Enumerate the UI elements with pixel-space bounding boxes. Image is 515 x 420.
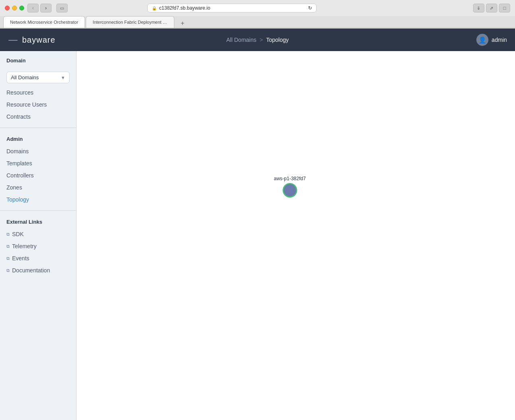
tab-docs[interactable]: Interconnection Fabric Deployment — Bayw… bbox=[86, 16, 174, 28]
app-logo: ⸻ bayware bbox=[8, 34, 56, 45]
sidebar-item-templates[interactable]: Templates bbox=[0, 157, 76, 169]
sidebar-item-contracts[interactable]: Contracts bbox=[0, 111, 76, 123]
sidebar-item-telemetry-label: Telemetry bbox=[12, 243, 37, 249]
new-tab-button[interactable]: + bbox=[177, 19, 188, 28]
sidebar-item-telemetry[interactable]: ⧉ Telemetry bbox=[0, 240, 76, 252]
window-button[interactable]: ▭ bbox=[56, 4, 68, 12]
admin-label: admin bbox=[492, 37, 507, 43]
minimize-dot[interactable] bbox=[12, 6, 17, 10]
avatar: 👤 bbox=[476, 34, 488, 46]
external-link-icon-documentation: ⧉ bbox=[6, 268, 10, 273]
back-button[interactable]: ‹ bbox=[27, 4, 39, 12]
download-button[interactable]: ⇓ bbox=[473, 4, 484, 12]
sidebar-item-sdk-label: SDK bbox=[12, 231, 24, 237]
sidebar-item-sdk[interactable]: ⧉ SDK bbox=[0, 228, 76, 240]
sidebar-item-topology-label: Topology bbox=[6, 196, 29, 203]
admin-section: Admin Domains Templates Controllers Zone… bbox=[0, 130, 76, 209]
sidebar-item-events[interactable]: ⧉ Events bbox=[0, 252, 76, 264]
sidebar-item-zones[interactable]: Zones bbox=[0, 181, 76, 194]
reload-button[interactable]: ↻ bbox=[308, 5, 312, 11]
logo-icon: ⸻ bbox=[8, 34, 18, 45]
domain-section-title: Domain bbox=[0, 58, 76, 67]
divider-1 bbox=[0, 128, 76, 128]
topology-node-label: aws-p1-382fd7 bbox=[274, 176, 306, 181]
header-right: 👤 admin bbox=[476, 34, 507, 46]
topology-canvas: aws-p1-382fd7 bbox=[77, 51, 515, 420]
sidebar-item-zones-label: Zones bbox=[6, 184, 22, 191]
external-link-icon-events: ⧉ bbox=[6, 256, 10, 261]
chevron-down-icon: ▼ bbox=[61, 75, 65, 80]
address-url: c1382fd7.sb.bayware.io bbox=[159, 5, 210, 11]
external-links-section: External Links ⧉ SDK ⧉ Telemetry ⧉ Event… bbox=[0, 212, 76, 280]
close-dot[interactable] bbox=[5, 6, 10, 10]
domain-selector-label: All Domains bbox=[11, 74, 39, 80]
sidebar-item-events-label: Events bbox=[12, 255, 29, 261]
breadcrumb-current: Topology bbox=[266, 37, 289, 43]
domain-selector[interactable]: All Domains ▼ bbox=[6, 72, 70, 83]
sidebar-item-documentation-label: Documentation bbox=[12, 267, 50, 274]
share-button[interactable]: ⇗ bbox=[486, 4, 497, 12]
sidebar-item-documentation[interactable]: ⧉ Documentation bbox=[0, 264, 76, 276]
sidebar-item-resources[interactable]: Resources bbox=[0, 86, 76, 99]
external-link-icon-sdk: ⧉ bbox=[6, 232, 10, 237]
sidebar-item-resource-users-label: Resource Users bbox=[6, 101, 47, 108]
admin-section-title: Admin bbox=[0, 136, 76, 145]
sidebar-item-contracts-label: Contracts bbox=[6, 113, 31, 120]
lock-icon: 🔒 bbox=[152, 6, 157, 10]
external-link-icon-telemetry: ⧉ bbox=[6, 244, 10, 249]
tab-nmo[interactable]: Network Microservice Orchestrator bbox=[3, 16, 85, 28]
window-split-button[interactable]: □ bbox=[499, 4, 510, 12]
app-header: ⸻ bayware All Domains > Topology 👤 admin bbox=[0, 29, 515, 51]
sidebar-item-domains[interactable]: Domains bbox=[0, 145, 76, 157]
sidebar: Domain All Domains ▼ Resources Resource … bbox=[0, 51, 77, 420]
domain-section: Domain All Domains ▼ Resources Resource … bbox=[0, 51, 76, 126]
sidebar-item-controllers[interactable]: Controllers bbox=[0, 169, 76, 181]
sidebar-item-controllers-label: Controllers bbox=[6, 172, 34, 179]
breadcrumb: All Domains > Topology bbox=[226, 37, 289, 43]
sidebar-item-domains-label: Domains bbox=[6, 148, 29, 154]
breadcrumb-separator: > bbox=[260, 37, 263, 43]
maximize-dot[interactable] bbox=[19, 6, 24, 10]
sidebar-item-topology[interactable]: Topology bbox=[0, 194, 76, 206]
sidebar-item-templates-label: Templates bbox=[6, 160, 32, 167]
external-links-title: External Links bbox=[0, 219, 76, 228]
topology-node-circle[interactable] bbox=[283, 183, 297, 198]
breadcrumb-root[interactable]: All Domains bbox=[226, 37, 256, 43]
sidebar-item-resource-users[interactable]: Resource Users bbox=[0, 99, 76, 111]
sidebar-item-resources-label: Resources bbox=[6, 89, 33, 96]
topology-node-aws[interactable]: aws-p1-382fd7 bbox=[274, 176, 306, 198]
forward-button[interactable]: › bbox=[40, 4, 52, 12]
logo-text: bayware bbox=[22, 35, 56, 45]
divider-2 bbox=[0, 210, 76, 211]
